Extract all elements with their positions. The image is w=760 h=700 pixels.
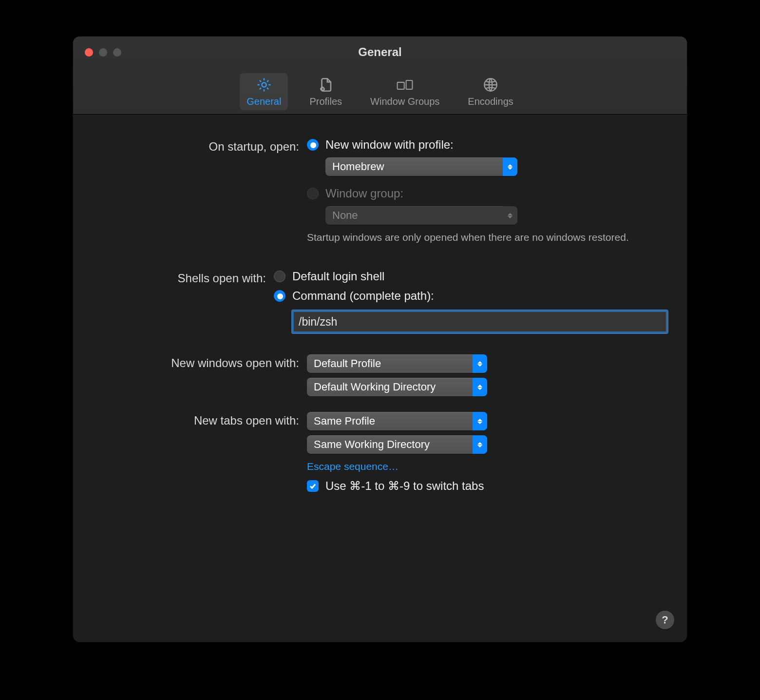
tab-label: Encodings [468, 96, 513, 107]
startup-profile-popup[interactable]: Homebrew [325, 157, 517, 176]
popup-arrows-icon [473, 412, 487, 430]
radio-default-shell-label: Default login shell [292, 270, 384, 283]
svg-rect-2 [398, 82, 404, 89]
svg-point-1 [321, 87, 324, 91]
new-windows-directory-popup[interactable]: Default Working Directory [307, 378, 487, 396]
globe-icon [482, 76, 499, 94]
new-tabs-directory-popup[interactable]: Same Working Directory [307, 435, 487, 454]
help-button[interactable]: ? [656, 611, 674, 629]
popup-value: Same Working Directory [314, 438, 430, 451]
window-title: General [73, 45, 687, 59]
tab-window-groups[interactable]: Window Groups [363, 73, 446, 110]
new-windows-profile-popup[interactable]: Default Profile [307, 354, 487, 373]
radio-default-shell[interactable] [274, 271, 285, 282]
popup-value: Same Profile [314, 415, 375, 428]
popup-value: Default Profile [314, 357, 381, 370]
escape-sequence-link[interactable]: Escape sequence… [307, 461, 399, 472]
popup-arrows-icon [503, 157, 517, 176]
switch-tabs-checkbox[interactable] [307, 480, 319, 492]
popup-arrows-icon [473, 378, 487, 396]
radio-startup-group-label: Window group: [325, 187, 403, 200]
startup-group-popup: None [325, 206, 517, 225]
preferences-window: General General [73, 37, 687, 642]
radio-command-shell-label: Command (complete path): [292, 289, 434, 303]
switch-tabs-label: Use ⌘-1 to ⌘-9 to switch tabs [325, 479, 484, 493]
new-tabs-label: New tabs open with: [93, 412, 307, 428]
general-pane: On startup, open: New window with profil… [73, 115, 687, 523]
startup-label: On startup, open: [93, 138, 307, 154]
tab-general[interactable]: General [240, 73, 288, 110]
radio-startup-profile-label: New window with profile: [325, 138, 454, 152]
startup-hint: Startup windows are only opened when the… [307, 232, 667, 243]
command-path-input[interactable] [292, 311, 667, 333]
radio-startup-profile[interactable] [307, 139, 319, 151]
popup-value: Homebrew [332, 160, 384, 173]
profile-icon [317, 76, 335, 94]
tab-label: Profiles [309, 96, 342, 107]
window-groups-icon [396, 76, 414, 94]
tab-profiles[interactable]: Profiles [303, 73, 349, 110]
new-tabs-profile-popup[interactable]: Same Profile [307, 412, 487, 430]
svg-rect-3 [406, 80, 413, 89]
popup-arrows-icon [473, 354, 487, 373]
popup-value: Default Working Directory [314, 381, 436, 393]
tab-label: Window Groups [370, 96, 439, 107]
gear-icon [255, 76, 273, 94]
new-windows-label: New windows open with: [93, 354, 307, 370]
toolbar: General Profiles [73, 73, 687, 110]
popup-arrows-icon [503, 206, 517, 225]
tab-encodings[interactable]: Encodings [461, 73, 520, 110]
radio-startup-group[interactable] [307, 188, 319, 199]
svg-point-0 [262, 82, 266, 87]
shells-label: Shells open with: [93, 270, 274, 285]
titlebar: General General [73, 37, 687, 115]
popup-arrows-icon [473, 435, 487, 454]
radio-command-shell[interactable] [274, 290, 285, 302]
popup-value: None [332, 209, 358, 222]
tab-label: General [247, 96, 281, 107]
